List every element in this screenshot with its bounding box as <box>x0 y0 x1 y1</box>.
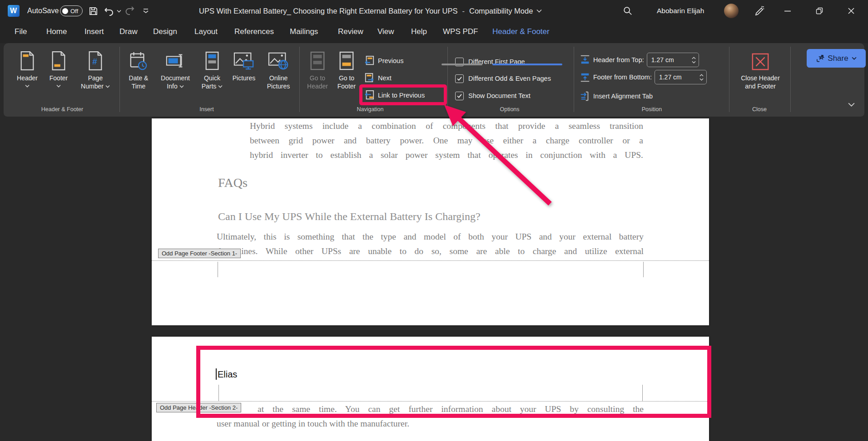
previous-button[interactable]: Previous <box>364 54 403 67</box>
close-header-footer-button[interactable]: Close Headerand Footer <box>733 48 788 104</box>
chevron-down-icon <box>56 84 61 88</box>
title-bar: W AutoSave Off UPS With External Battery… <box>0 0 868 22</box>
user-name[interactable]: Abobarin Elijah <box>657 0 704 22</box>
tab-home[interactable]: Home <box>46 27 67 36</box>
go-to-footer-button[interactable]: Go toFooter <box>332 48 361 104</box>
quick-parts-icon <box>203 48 221 71</box>
tab-insert[interactable]: Insert <box>84 27 104 36</box>
save-icon <box>88 6 99 16</box>
group-label-position: Position <box>642 106 662 113</box>
page2-header-text[interactable]: Elias <box>218 369 237 380</box>
minimize-button[interactable] <box>778 0 798 22</box>
quick-parts-button[interactable]: Quick Parts <box>196 48 228 104</box>
header-from-top-input[interactable]: 1.27 cm <box>647 53 699 67</box>
group-separator <box>447 47 448 112</box>
page-number-icon: # <box>87 48 104 71</box>
search-button[interactable] <box>621 0 634 22</box>
tab-wps-pdf[interactable]: WPS PDF <box>443 27 478 36</box>
pictures-button[interactable]: Pictures <box>228 48 260 104</box>
go-to-header-button[interactable]: Go toHeader <box>303 48 332 104</box>
header-boundary-dotted-line <box>152 401 709 402</box>
page-number-button[interactable]: # Page Number <box>73 48 118 104</box>
close-icon <box>848 8 854 14</box>
checkbox-icon <box>455 92 464 100</box>
word-logo-icon[interactable]: W <box>7 0 20 22</box>
chevron-down-icon <box>105 85 110 88</box>
document-info-icon <box>165 48 186 71</box>
previous-icon <box>364 55 374 66</box>
question-heading: Can I Use My UPS While the External Batt… <box>218 211 481 223</box>
group-separator <box>299 47 300 112</box>
chevron-down-icon[interactable] <box>536 9 542 13</box>
customize-toolbar-icon <box>143 8 149 14</box>
user-avatar[interactable] <box>724 0 739 22</box>
group-label-navigation: Navigation <box>357 106 383 113</box>
collapse-ribbon-chevron-icon[interactable] <box>848 102 855 107</box>
tab-mailings[interactable]: Mailings <box>290 27 318 36</box>
show-document-text-checkbox[interactable]: Show Document Text <box>455 90 531 101</box>
redo-button[interactable] <box>124 0 135 22</box>
compatibility-mode-label[interactable]: Compatibility Mode <box>469 7 533 15</box>
group-separator <box>790 47 791 112</box>
spinner-buttons[interactable] <box>692 57 696 64</box>
faq-heading: FAQs <box>218 176 248 190</box>
chevron-down-icon <box>218 85 223 88</box>
tab-design[interactable]: Design <box>153 27 177 36</box>
close-header-footer-icon <box>751 48 770 71</box>
footer-from-bottom-input[interactable]: 1.27 cm <box>655 70 707 84</box>
insert-alignment-tab-button[interactable]: Insert Alignment Tab <box>580 89 653 103</box>
footer-button[interactable]: Footer <box>45 48 73 104</box>
title-separator: - <box>462 7 465 15</box>
link-to-previous-button[interactable]: Link to Previous <box>364 89 425 102</box>
save-button[interactable] <box>88 0 99 22</box>
chevron-down-icon <box>25 84 30 88</box>
close-window-button[interactable] <box>841 0 861 22</box>
body-text-line: determines. While other UPSs are unable … <box>217 246 644 258</box>
different-first-page-checkbox[interactable]: Different First Page <box>455 56 525 67</box>
tab-references[interactable]: References <box>234 27 274 36</box>
link-to-previous-icon <box>364 90 374 101</box>
date-time-icon <box>129 48 148 71</box>
undo-icon <box>104 5 114 16</box>
online-pictures-button[interactable]: OnlinePictures <box>261 48 296 104</box>
autosave-label: AutoSave <box>27 0 59 22</box>
tab-draw[interactable]: Draw <box>119 27 138 36</box>
tab-help[interactable]: Help <box>411 27 427 36</box>
undo-button[interactable] <box>104 0 121 22</box>
footer-from-bottom-label: Footer from Bottom: <box>593 74 652 81</box>
document-page-1[interactable]: Hybrid systems include a combination of … <box>152 118 709 325</box>
window-title: UPS With External Battery_ Choosing the … <box>199 0 542 22</box>
tab-header-footer[interactable]: Header & Footer <box>492 27 550 36</box>
autosave-toggle[interactable]: Off <box>60 0 83 22</box>
go-to-footer-icon <box>337 48 356 71</box>
spinner-buttons[interactable] <box>699 74 704 81</box>
group-label-close: Close <box>752 106 767 113</box>
tab-view[interactable]: View <box>377 27 394 36</box>
tab-file[interactable]: File <box>15 27 27 36</box>
group-separator <box>574 47 574 112</box>
go-to-header-icon <box>308 48 327 71</box>
document-info-button[interactable]: Document Info <box>155 48 195 104</box>
header-button[interactable]: Header <box>11 48 44 104</box>
body-text-line: user manual or getting in touch with the… <box>217 419 409 429</box>
undo-dropdown-chevron-icon[interactable] <box>117 10 121 13</box>
different-odd-even-checkbox[interactable]: Different Odd & Even Pages <box>455 73 551 84</box>
editing-mode-button[interactable] <box>752 0 767 22</box>
header-from-top-row: Header from Top: 1.27 cm <box>580 53 699 67</box>
tab-layout[interactable]: Layout <box>194 27 218 36</box>
document-page-2[interactable]: Elias Odd Page Header -Section 2- at the… <box>152 337 709 441</box>
date-time-button[interactable]: Date &Time <box>124 48 154 104</box>
body-text-line: between grid power and battery power. On… <box>250 136 643 147</box>
odd-page-footer-section-tag: Odd Page Footer -Section 1- <box>158 249 241 258</box>
document-canvas[interactable]: Hybrid systems include a combination of … <box>0 117 868 441</box>
toggle-knob <box>62 8 68 14</box>
customize-quick-access-toolbar-button[interactable] <box>143 0 149 22</box>
wps-pdf-underline <box>441 64 482 65</box>
tab-review[interactable]: Review <box>338 27 363 36</box>
restore-button[interactable] <box>809 0 829 22</box>
next-button[interactable]: Next <box>364 72 392 84</box>
group-separator <box>119 47 120 112</box>
share-button[interactable]: Share <box>807 49 866 68</box>
share-label: Share <box>828 54 848 63</box>
redo-icon <box>124 5 135 16</box>
